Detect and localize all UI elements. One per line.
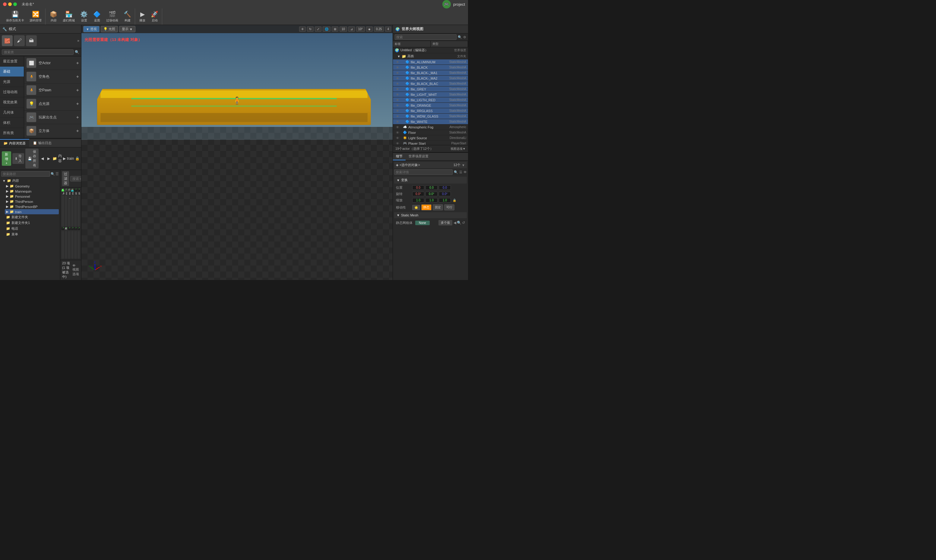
- angle-snap-btn[interactable]: ⊿: [348, 26, 355, 32]
- asset-black-black[interactable]: + BLACK_BLACK: [71, 189, 74, 227]
- folder-geometry[interactable]: ▶ 📁 Geometry: [5, 183, 59, 189]
- empty-pawn-add[interactable]: ✚: [76, 89, 79, 92]
- asset-black[interactable]: + BLACK: [65, 189, 68, 227]
- asset-row2-4[interactable]: +: [71, 227, 74, 258]
- scale-size[interactable]: 0.25: [374, 26, 384, 32]
- outliner-black-mesh[interactable]: 👁 🔷 file_BLACK StaticMeshA: [393, 65, 468, 70]
- mode-btn-paint[interactable]: 🖌: [14, 35, 25, 46]
- outliner-atmo-fog[interactable]: 👁 ☁️ Atmospheric Fog Atmospheric: [393, 125, 468, 130]
- add-new-button[interactable]: 新增+: [2, 151, 11, 166]
- outliner-ligth-red[interactable]: 👁 🔷 file_LIGTH_RED StaticMeshA: [393, 97, 468, 103]
- nav-back-button[interactable]: ◀: [40, 156, 45, 161]
- outliner-grey-mesh[interactable]: 👁 🔷 file_GREY StaticMeshA: [393, 86, 468, 92]
- view-perspective-btn[interactable]: ▼ 透视: [83, 26, 100, 32]
- mobility-stationary-btn[interactable]: 静态: [421, 205, 431, 210]
- outliner-folder-highspeed[interactable]: ▼ 📁 高铁 文件夹: [393, 53, 468, 59]
- minimize-button[interactable]: [8, 2, 12, 6]
- actor-empty-actor[interactable]: ⬜ 空Actor ✚: [24, 56, 81, 70]
- grid-snap-btn[interactable]: ⊞: [332, 26, 338, 32]
- category-cinematics[interactable]: 过场动画: [0, 87, 24, 97]
- pos-y-field[interactable]: [425, 185, 437, 190]
- build-button[interactable]: 🔨 构建: [121, 9, 134, 24]
- rot-z-field[interactable]: [439, 192, 451, 196]
- asset-file-aluminium[interactable]: + file_ALUMINIUM: [74, 189, 77, 227]
- asset-search-input[interactable]: [70, 176, 81, 182]
- import-button[interactable]: ⬇ 导入: [12, 153, 24, 164]
- actor-search-input[interactable]: [2, 49, 74, 55]
- scale-x-field[interactable]: [412, 198, 424, 203]
- rot-y-field[interactable]: [425, 192, 437, 196]
- outliner-orange-mesh[interactable]: 👁 🔷 file_ORANGE StaticMeshA: [393, 103, 468, 108]
- outliner-world[interactable]: 🌍 Untitled（编辑器） 世界场景: [393, 47, 468, 53]
- tab-details[interactable]: 细节: [393, 153, 406, 160]
- view-options-btn[interactable]: 👁 视图选项: [72, 264, 79, 276]
- launch-button[interactable]: 🚀 启动: [148, 9, 161, 24]
- content-button[interactable]: 📦 内容: [47, 9, 60, 24]
- sm-refresh-btn[interactable]: ↺: [462, 221, 465, 225]
- actor-cube[interactable]: 📦 立方体 ✚: [24, 124, 81, 138]
- settings-button[interactable]: ⚙️ 设置: [78, 9, 90, 24]
- folder-train[interactable]: ▶ 📁 train: [5, 209, 59, 214]
- mode-expand-btn[interactable]: »: [77, 38, 79, 43]
- asset-file-black[interactable]: + file_BLACK: [77, 189, 80, 227]
- angle-size[interactable]: 10°: [356, 26, 365, 32]
- details-search-input[interactable]: [394, 169, 453, 175]
- cube-add[interactable]: ✚: [76, 129, 79, 132]
- folder-new2[interactable]: 📁 新建文件夹1: [5, 220, 59, 226]
- asset-row2-1[interactable]: +: [62, 227, 64, 258]
- tab-world-settings[interactable]: 世界场景设置: [406, 153, 431, 160]
- save-all-button[interactable]: 💾 保存所有: [25, 149, 38, 168]
- category-visual[interactable]: 视觉效果: [0, 97, 24, 108]
- blueprint-button[interactable]: 🔷 蓝图: [91, 9, 103, 24]
- outliner-rrglass-mesh[interactable]: 👁 🔷 file_RRGLASS StaticMeshA: [393, 108, 468, 114]
- asset-black-matte[interactable]: + BLACK-_MATTE: [68, 189, 71, 227]
- save-tab-button[interactable]: 💾 保存当前关卡: [4, 9, 26, 24]
- rot-x-field[interactable]: [412, 192, 424, 196]
- asset-row2-5[interactable]: +: [74, 227, 77, 258]
- actor-empty-pawn[interactable]: 🧍 空Pawn ✚: [24, 83, 81, 97]
- mode-btn-landscape[interactable]: 🏔: [26, 35, 37, 46]
- outliner-black-ma2[interactable]: 👁 🔷 file_BLACK-_MA2 StaticMeshA: [393, 75, 468, 81]
- view-lighting-btn[interactable]: 💡 光照: [101, 26, 118, 32]
- tab-content-browser[interactable]: 📂 内容浏览器: [0, 139, 29, 147]
- asset-row2-2[interactable]: +: [65, 227, 68, 258]
- empty-actor-add[interactable]: ✚: [76, 62, 79, 65]
- pos-z-field[interactable]: [439, 185, 451, 190]
- maximize-button[interactable]: [13, 2, 17, 6]
- outliner-light-whit[interactable]: 👁 🔷 file_LIGHT_WHIT StaticMeshA: [393, 92, 468, 97]
- folder-thirdpersonbp[interactable]: ▶ 📁 ThirdPersonBP: [5, 204, 59, 209]
- scale-y-field[interactable]: [425, 198, 437, 203]
- scale-tool[interactable]: ⤢: [315, 26, 322, 32]
- view-show-btn[interactable]: 显示 ▼: [119, 26, 135, 32]
- mobility-fixed-btn[interactable]: 固定: [433, 205, 443, 210]
- outliner-floor[interactable]: 👁 🔷 Floor StaticMeshA: [393, 130, 468, 135]
- scale-lock-icon[interactable]: 🔒: [453, 198, 456, 202]
- folder-mannequin[interactable]: ▶ 📁 Mannequin: [5, 189, 59, 194]
- outliner-black-blac[interactable]: 👁 🔷 file_BLACK_BLAC StaticMeshA: [393, 81, 468, 86]
- empty-char-add[interactable]: ✚: [76, 75, 79, 78]
- static-mesh-section-header[interactable]: ▼ Static Mesh: [394, 212, 467, 218]
- outliner-search-input[interactable]: [395, 34, 457, 40]
- outliner-white-mesh[interactable]: 👁 🔷 file_WHITE StaticMeshA: [393, 119, 468, 125]
- scale-z-field[interactable]: [439, 198, 451, 203]
- category-volume[interactable]: 体积: [0, 118, 24, 128]
- grid-size[interactable]: 10: [340, 26, 347, 32]
- tab-output-log[interactable]: 📋 输出日志: [29, 139, 55, 147]
- folder-view-toggle[interactable]: ☰: [55, 172, 59, 176]
- player-start-add[interactable]: ✚: [76, 116, 79, 119]
- folder-search-input[interactable]: [1, 171, 50, 177]
- sm-find-btn[interactable]: 🔍: [457, 221, 461, 225]
- transform-section-header[interactable]: ▼ 变换: [394, 177, 467, 183]
- folder-thirdperson[interactable]: ▶ 📁 ThirdPerson: [5, 199, 59, 204]
- cinematics-button[interactable]: 🎬 过场动画: [104, 9, 121, 24]
- details-view-toggle2[interactable]: 👁: [463, 170, 467, 174]
- outliner-aluminium-mesh[interactable]: 👁 🔷 file_ALUMINIUM StaticMeshA: [393, 59, 468, 65]
- nav-forward-button[interactable]: ▶: [46, 156, 51, 161]
- actor-point-light[interactable]: 💡 点光源 ✚: [24, 97, 81, 111]
- actor-player-start[interactable]: 🎮 玩家出生点 ✚: [24, 111, 81, 124]
- outliner-light-source[interactable]: 👁 ☀️ Light Source DirectionalLi: [393, 135, 468, 141]
- outliner-settings-icon[interactable]: ⚙: [463, 35, 466, 39]
- mobility-static-btn[interactable]: 🌟: [412, 205, 420, 210]
- asset-aluminium[interactable]: + ALUMINIUM: [62, 189, 64, 227]
- scale-snap-btn[interactable]: ◈: [366, 26, 373, 32]
